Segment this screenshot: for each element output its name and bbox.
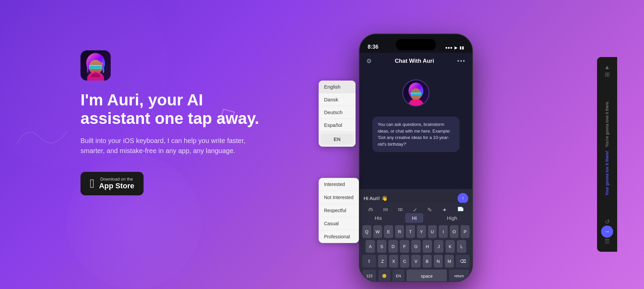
lang-deutsch[interactable]: Deutsch xyxy=(319,106,356,119)
bg-squiggle xyxy=(13,117,74,168)
autocomplete-bar: His Hi High xyxy=(360,211,472,225)
key-space[interactable]: space xyxy=(407,270,447,282)
keyboard-row-4: 123 😊 EN space return xyxy=(360,269,472,282)
keyboard-row-2: A S D F G H J K L xyxy=(360,239,472,254)
key-p[interactable]: P xyxy=(461,225,470,238)
key-l[interactable]: L xyxy=(457,240,466,253)
tone-respectful[interactable]: Respectful xyxy=(319,204,359,217)
lang-en-badge[interactable]: EN xyxy=(321,134,354,145)
signal-icon: ●●● xyxy=(445,45,452,50)
chat-bubble: You can ask questions, brainstorm ideas,… xyxy=(372,116,460,152)
autocomplete-high[interactable]: High xyxy=(440,213,464,223)
wifi-icon: ▶ xyxy=(454,45,458,50)
keyboard-row-3: ⇧ Z X C V B N M ⌫ xyxy=(360,254,472,269)
auri-chat-avatar-svg xyxy=(403,80,429,106)
right-panel-list-icon: ☰ xyxy=(604,238,610,245)
app-header-title: Chat With Auri xyxy=(395,58,434,64)
phone-mockup-area: English Dansk Deutsch Español EN Interes… xyxy=(315,13,617,289)
key-r[interactable]: R xyxy=(395,225,404,238)
right-panel-send-button[interactable]: → xyxy=(601,226,613,238)
key-t[interactable]: T xyxy=(406,225,415,238)
key-k[interactable]: K xyxy=(445,240,455,253)
more-options-icon[interactable]: ••• xyxy=(457,58,466,65)
key-lang[interactable]: EN xyxy=(392,270,405,282)
keyboard-row-1: Q W E R T Y U I O P xyxy=(360,224,472,239)
download-btn-text: Download on the App Store xyxy=(99,177,134,190)
input-field[interactable]: Hi Auri! 👋 xyxy=(364,195,454,201)
app-header: ⚙ Chat With Auri ••• xyxy=(360,53,472,69)
battery-icon: ▮▮ xyxy=(460,45,464,50)
app-icon-inner xyxy=(80,50,111,81)
key-i[interactable]: I xyxy=(439,225,448,238)
key-123[interactable]: 123 xyxy=(363,270,376,282)
key-c[interactable]: C xyxy=(400,255,409,268)
tone-casual[interactable]: Casual xyxy=(319,217,359,230)
right-panel-text-1: You're gonna love it there. xyxy=(605,101,609,147)
key-n[interactable]: N xyxy=(434,255,443,268)
right-panel-grid-icon: ⊞ xyxy=(605,71,610,78)
apple-icon:  xyxy=(90,178,94,190)
key-e[interactable]: E xyxy=(384,225,393,238)
key-j[interactable]: J xyxy=(434,240,443,253)
right-panel-refresh-icon: ↺ xyxy=(605,218,610,226)
lang-dansk[interactable]: Dansk xyxy=(319,93,356,106)
app-icon xyxy=(80,50,111,81)
key-z[interactable]: Z xyxy=(378,255,387,268)
tone-dropdown[interactable]: Interested Not Interested Respectful Cas… xyxy=(319,178,359,243)
key-f[interactable]: F xyxy=(400,240,409,253)
key-b[interactable]: B xyxy=(423,255,432,268)
right-panel-text-2: Your gonna luv it there! xyxy=(605,151,609,196)
chat-area: You can ask questions, brainstorm ideas,… xyxy=(360,69,472,207)
download-line2: App Store xyxy=(99,182,134,190)
tone-interested[interactable]: Interested xyxy=(319,178,359,191)
key-y[interactable]: Y xyxy=(417,225,426,238)
keyboard-area[interactable]: Q W E R T Y U I O P A S D F G H J K xyxy=(360,224,472,281)
right-side-panel: ▲ ⊞ You're gonna love it there. Your gon… xyxy=(597,57,617,252)
right-panel-up-icon: ▲ xyxy=(604,64,610,71)
key-delete[interactable]: ⌫ xyxy=(456,255,470,268)
key-g[interactable]: G xyxy=(411,240,421,253)
key-m[interactable]: M xyxy=(445,255,454,268)
key-s[interactable]: S xyxy=(377,240,386,253)
key-shift[interactable]: ⇧ xyxy=(362,255,376,268)
key-emoji[interactable]: 😊 xyxy=(378,270,390,282)
autocomplete-his[interactable]: His xyxy=(368,213,389,223)
dynamic-island xyxy=(396,39,436,50)
download-line1: Download on the xyxy=(99,177,134,182)
language-dropdown[interactable]: English Dansk Deutsch Español EN xyxy=(319,81,356,147)
key-o[interactable]: O xyxy=(450,225,459,238)
autocomplete-hi[interactable]: Hi xyxy=(405,213,423,223)
settings-icon[interactable]: ⚙ xyxy=(366,57,372,65)
key-x[interactable]: X xyxy=(389,255,398,268)
lang-espanol[interactable]: Español xyxy=(319,119,356,132)
key-u[interactable]: U xyxy=(428,225,437,238)
key-q[interactable]: Q xyxy=(362,225,371,238)
key-return[interactable]: return xyxy=(449,270,469,282)
key-d[interactable]: D xyxy=(388,240,398,253)
left-content-area: I'm Auri, your AI assistant one tap away… xyxy=(80,50,268,195)
auri-chat-avatar xyxy=(402,80,429,106)
download-app-store-button[interactable]:  Download on the App Store xyxy=(80,172,144,195)
status-time: 8:36 xyxy=(368,44,378,50)
lang-english[interactable]: English xyxy=(319,81,356,93)
main-subtext: Built into your iOS keyboard, I can help… xyxy=(80,136,258,156)
send-button[interactable]: ↑ xyxy=(458,193,468,204)
auri-app-icon-svg xyxy=(80,50,111,81)
key-w[interactable]: W xyxy=(373,225,382,238)
main-headline: I'm Auri, your AI assistant one tap away… xyxy=(80,91,268,128)
tone-not-interested[interactable]: Not Interested xyxy=(319,191,359,204)
key-v[interactable]: V xyxy=(411,255,420,268)
status-icons: ●●● ▶ ▮▮ xyxy=(445,45,464,50)
phone-main: 8:36 ●●● ▶ ▮▮ ⚙ Chat With Auri ••• xyxy=(359,34,473,282)
key-a[interactable]: A xyxy=(366,240,375,253)
svg-rect-10 xyxy=(411,93,421,94)
key-h[interactable]: H xyxy=(423,240,432,253)
tone-professional[interactable]: Professional xyxy=(319,230,359,243)
